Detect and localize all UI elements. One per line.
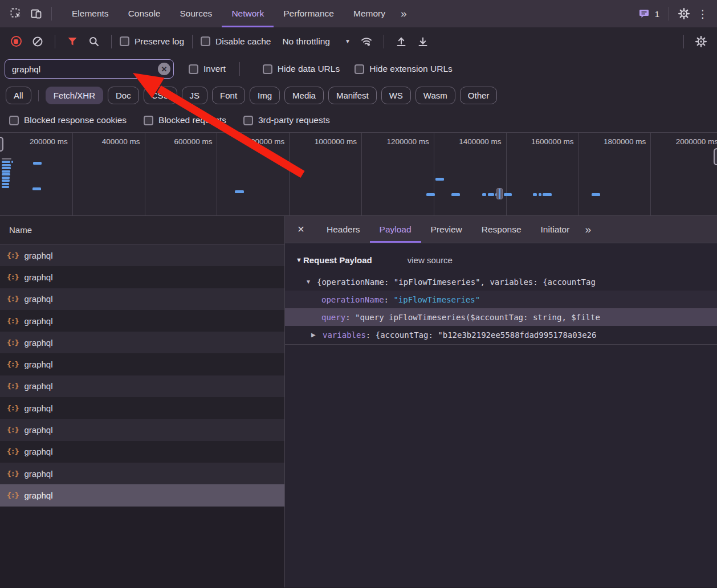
divider bbox=[55, 35, 55, 48]
blocked-response-cookies-checkbox[interactable]: Blocked response cookies bbox=[9, 115, 127, 125]
more-panels-icon[interactable]: » bbox=[395, 0, 413, 27]
hide-data-urls-checkbox[interactable]: Hide data URLs bbox=[263, 64, 340, 74]
detail-tab-response[interactable]: Response bbox=[472, 216, 531, 243]
request-row[interactable]: {∶}graphql bbox=[0, 463, 284, 484]
tab-memory[interactable]: Memory bbox=[344, 0, 395, 27]
request-name: graphql bbox=[24, 491, 52, 500]
divider bbox=[384, 35, 384, 48]
device-toolbar-icon[interactable] bbox=[26, 0, 47, 27]
detail-tab-preview[interactable]: Preview bbox=[421, 216, 472, 243]
network-overview-timeline[interactable]: 200000 ms400000 ms600000 ms800000 ms1000… bbox=[0, 132, 717, 216]
search-icon[interactable] bbox=[85, 32, 103, 51]
filter-pill-other[interactable]: Other bbox=[460, 87, 498, 104]
filter-pill-doc[interactable]: Doc bbox=[108, 87, 139, 104]
divider bbox=[669, 7, 669, 21]
tick-label: 200000 ms bbox=[0, 137, 68, 146]
payload-line[interactable]: query: "query ipFlowTimeseries($accountT… bbox=[285, 308, 717, 326]
filter-pill-ws[interactable]: WS bbox=[381, 87, 411, 104]
tab-performance[interactable]: Performance bbox=[274, 0, 344, 27]
network-settings-gear-icon[interactable] bbox=[692, 32, 710, 51]
request-row[interactable]: {∶}graphql bbox=[0, 244, 284, 266]
collapse-arrow-icon[interactable]: ▼ bbox=[305, 279, 317, 285]
settings-gear-icon[interactable] bbox=[674, 8, 694, 19]
checkbox-box[interactable] bbox=[144, 116, 153, 125]
disable-cache-checkbox[interactable]: Disable cache bbox=[201, 36, 271, 47]
checkbox-box[interactable] bbox=[263, 64, 272, 74]
filter-pill-js[interactable]: JS bbox=[182, 87, 208, 104]
filter-pill-wasm[interactable]: Wasm bbox=[415, 87, 455, 104]
request-bar bbox=[539, 193, 541, 196]
more-options-icon[interactable]: ⋮ bbox=[694, 7, 711, 21]
detail-tab-payload[interactable]: Payload bbox=[370, 216, 421, 243]
view-source-link[interactable]: view source bbox=[408, 255, 453, 265]
3rd-party-requests-checkbox[interactable]: 3rd-party requests bbox=[243, 115, 330, 125]
hide-extension-urls-checkbox[interactable]: Hide extension URLs bbox=[355, 64, 453, 74]
checkbox-box[interactable] bbox=[201, 36, 210, 46]
filter-pill-css[interactable]: CSS bbox=[144, 87, 177, 104]
request-bar bbox=[426, 193, 435, 196]
blocked-requests-checkbox[interactable]: Blocked requests bbox=[144, 115, 226, 125]
name-column-header[interactable]: Name bbox=[0, 216, 284, 244]
checkbox-box[interactable] bbox=[120, 36, 129, 46]
export-har-icon[interactable] bbox=[414, 32, 432, 51]
more-detail-tabs-icon[interactable]: » bbox=[579, 216, 597, 243]
inspect-element-icon[interactable] bbox=[6, 0, 26, 27]
network-conditions-icon[interactable] bbox=[357, 32, 376, 51]
payload-line[interactable]: ▶variables: {accountTag: "b12e3b2192ee55… bbox=[285, 326, 717, 344]
request-bar bbox=[2, 173, 10, 175]
details-tabbar: ✕ HeadersPayloadPreviewResponseInitiator… bbox=[285, 216, 717, 243]
import-har-icon[interactable] bbox=[392, 32, 410, 51]
request-row[interactable]: {∶}graphql bbox=[0, 484, 284, 506]
request-row[interactable]: {∶}graphql bbox=[0, 353, 284, 375]
checkbox-box[interactable] bbox=[243, 116, 253, 125]
filter-pill-fetch-xhr[interactable]: Fetch/XHR bbox=[46, 87, 103, 104]
tab-network[interactable]: Network bbox=[222, 0, 274, 27]
checkbox-label: Preserve log bbox=[135, 36, 184, 47]
checkbox-box[interactable] bbox=[355, 64, 364, 74]
overview-right-handle[interactable] bbox=[714, 148, 717, 165]
issues-button[interactable]: 1 bbox=[634, 8, 664, 19]
tick-label: 1600000 ms bbox=[492, 137, 573, 146]
throttling-select[interactable]: No throttling ▼ bbox=[282, 36, 350, 47]
checkbox-box[interactable] bbox=[9, 116, 19, 125]
tab-console[interactable]: Console bbox=[119, 0, 170, 27]
request-row[interactable]: {∶}graphql bbox=[0, 288, 284, 310]
payload-text: query bbox=[321, 313, 345, 322]
clear-filter-icon[interactable]: ✕ bbox=[158, 63, 170, 75]
record-network-log-button[interactable] bbox=[7, 32, 25, 51]
fetch-json-icon: {∶} bbox=[7, 273, 18, 281]
filter-pill-font[interactable]: Font bbox=[212, 87, 245, 104]
tab-elements[interactable]: Elements bbox=[62, 0, 119, 27]
detail-tab-initiator[interactable]: Initiator bbox=[531, 216, 580, 243]
request-bar bbox=[451, 193, 460, 196]
collapse-arrow-icon[interactable]: ▼ bbox=[296, 256, 302, 263]
filter-input[interactable] bbox=[5, 59, 174, 79]
payload-line[interactable]: ▼{operationName: "ipFlowTimeseries", var… bbox=[285, 273, 717, 291]
divider bbox=[51, 7, 52, 21]
preserve-log-checkbox[interactable]: Preserve log bbox=[120, 36, 184, 47]
filter-pill-manifest[interactable]: Manifest bbox=[328, 87, 377, 104]
request-row[interactable]: {∶}graphql bbox=[0, 332, 284, 353]
clear-network-log-button[interactable] bbox=[28, 32, 47, 51]
payload-text: : bbox=[345, 313, 355, 322]
tick-label: 1200000 ms bbox=[348, 137, 429, 146]
request-row[interactable]: {∶}graphql bbox=[0, 375, 284, 397]
request-row[interactable]: {∶}graphql bbox=[0, 266, 284, 288]
request-row[interactable]: {∶}graphql bbox=[0, 397, 284, 419]
filter-icon[interactable] bbox=[63, 32, 82, 51]
request-row[interactable]: {∶}graphql bbox=[0, 441, 284, 463]
checkbox-box[interactable] bbox=[189, 64, 198, 74]
filter-pill-media[interactable]: Media bbox=[284, 87, 324, 104]
divider bbox=[239, 62, 240, 76]
request-row[interactable]: {∶}graphql bbox=[0, 419, 284, 440]
request-row[interactable]: {∶}graphql bbox=[0, 310, 284, 332]
request-bar bbox=[543, 193, 552, 196]
expand-arrow-icon[interactable]: ▶ bbox=[311, 332, 323, 338]
payload-line[interactable]: operationName: "ipFlowTimeseries" bbox=[285, 291, 717, 308]
close-details-icon[interactable]: ✕ bbox=[285, 216, 317, 243]
filter-pill-img[interactable]: Img bbox=[250, 87, 280, 104]
filter-pill-all[interactable]: All bbox=[6, 87, 31, 104]
detail-tab-headers[interactable]: Headers bbox=[317, 216, 370, 243]
tab-sources[interactable]: Sources bbox=[170, 0, 222, 27]
invert-checkbox[interactable]: Invert bbox=[189, 64, 226, 74]
